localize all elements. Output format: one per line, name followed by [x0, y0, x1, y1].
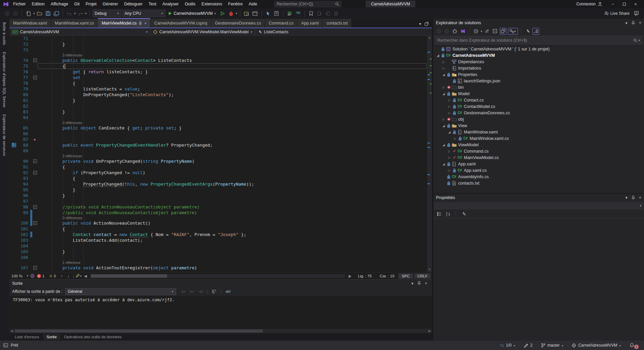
se-forward-icon[interactable] — [443, 28, 450, 35]
code-line-77[interactable]: 77− set — [9, 75, 427, 80]
global-search-input[interactable]: Rechercher (Ctrl+Q) — [274, 1, 341, 7]
bottom-tab-op-rations-des-outils-de-donn-es[interactable]: Opérations des outils de données — [61, 334, 125, 340]
redo-dropdown-icon[interactable]: ▾ — [85, 12, 87, 15]
expander-collapsed-icon[interactable]: ▷ — [447, 99, 452, 102]
tree-item-view[interactable]: ◢View — [433, 122, 644, 129]
code-cleanup-icon[interactable] — [75, 274, 80, 278]
code-line-75[interactable]: 75 { — [9, 63, 427, 69]
code-line-91[interactable]: 91 { — [9, 164, 427, 170]
background-tasks-icon[interactable] — [3, 343, 8, 347]
tree-item-mainwindow-xaml-cs[interactable]: ▷C#MainWindow.xaml.cs — [433, 135, 644, 142]
code-line-82[interactable]: 82 — [9, 103, 427, 109]
rail-tab-explorateur-de-serveurs[interactable]: Explorateur de serveurs — [0, 111, 9, 159]
tab-mainviewmodel-cs[interactable]: MainViewModel.cs× — [98, 18, 150, 28]
tree-item-bin[interactable]: ▷bin — [433, 84, 644, 90]
clear-all-icon[interactable] — [212, 289, 216, 294]
expander-collapsed-icon[interactable]: ▷ — [447, 111, 452, 115]
minimize-button[interactable]: − — [607, 0, 618, 8]
codelens-references[interactable]: 2 références — [38, 154, 82, 158]
expander-expanded-icon[interactable]: ◢ — [435, 54, 441, 57]
code-line-107[interactable]: 107− private void ActionToutEnregistrer(… — [9, 265, 427, 271]
tree-item-command-cs[interactable]: ▷✓C#Command.cs — [433, 148, 644, 154]
filter-dropdown-icon[interactable]: ▾ — [481, 30, 482, 33]
expander-expanded-icon[interactable]: ◢ — [441, 73, 446, 76]
fold-collapse-icon[interactable]: − — [33, 59, 37, 62]
home-icon[interactable] — [451, 28, 458, 35]
expander-collapsed-icon[interactable]: ▷ — [447, 156, 452, 159]
type-dropdown[interactable]: CarnetAdresseMVVM.ViewModel.MainViewMode… — [151, 28, 255, 35]
eol-indicator[interactable]: CRLF — [414, 273, 431, 279]
tree-item-contact-cs[interactable]: ▷C#Contact.cs — [433, 97, 644, 103]
tree-item-obj[interactable]: ▷obj — [433, 116, 644, 122]
panel-close-icon[interactable]: × — [425, 281, 427, 286]
space-mode-indicator[interactable]: SPC — [398, 273, 413, 279]
codelens-references[interactable]: 1 référence — [38, 261, 80, 265]
code-line-89[interactable]: 89 — [9, 148, 427, 154]
code-line-98[interactable]: 98− //private void ActionNouveauContact(… — [9, 204, 427, 210]
tree-item-gestionnairedonnees-cs[interactable]: ▷C#GestionnaireDonnees.cs — [433, 110, 644, 116]
sort-alphabetical-icon[interactable]: AZ — [445, 210, 452, 218]
expander-collapsed-icon[interactable]: ▷ — [452, 137, 458, 140]
start-debugging-button[interactable]: CarnetAdresseMVVM ▾ — [166, 10, 218, 16]
health-indicator-icon[interactable] — [30, 274, 35, 278]
tab-command-cs[interactable]: Command.cs — [265, 19, 297, 28]
code-line-84[interactable]: 84 — [9, 115, 427, 120]
menu-item-fichier[interactable]: Fichier — [10, 0, 29, 8]
scroll-up-icon[interactable]: ▲ — [427, 36, 432, 40]
previous-bookmark-icon[interactable] — [316, 10, 323, 17]
categorized-icon[interactable] — [435, 210, 443, 218]
code-line-108[interactable]: 108 { — [9, 271, 427, 272]
tree-item-carnetadressemvvm[interactable]: ◢C#CarnetAdresseMVVM — [433, 52, 644, 59]
fold-collapse-icon[interactable]: − — [33, 159, 37, 163]
comment-lines-icon[interactable] — [294, 10, 302, 17]
view-code-icon[interactable]: ▾ — [508, 28, 518, 35]
bookmark-icon[interactable] — [308, 10, 315, 17]
code-line-87[interactable]: 87▶ — [9, 137, 427, 142]
tab-contacts-txt[interactable]: contacts.txt — [323, 19, 351, 28]
code-line-76[interactable]: 76 get { return listeContacts; } — [9, 69, 427, 75]
tab-mainwindow-xaml[interactable]: MainWindow.xaml — [9, 19, 51, 28]
solution-platforms-combo[interactable]: Any CPU▾ — [122, 10, 165, 17]
tree-item-app-xaml[interactable]: ◢‹›App.xaml — [433, 161, 644, 167]
sign-in-button[interactable]: Connexion — [576, 2, 602, 6]
save-icon[interactable] — [44, 10, 52, 17]
tab-carnetadressemvvm-csproj[interactable]: CarnetAdresseMVVM.csproj — [151, 19, 211, 28]
code-line-74[interactable]: 74− public ObservableCollection<Contact>… — [9, 57, 427, 63]
expander-collapsed-icon[interactable]: ▷ — [441, 86, 446, 89]
tree-item-mainwindow-xaml[interactable]: ◢‹›MainWindow.xaml — [433, 129, 644, 135]
collapse-all-icon[interactable] — [492, 28, 498, 35]
project-dropdown[interactable]: C# CarnetAdresseMVVM ▾ — [9, 28, 151, 35]
codelens-references[interactable]: 0 références — [38, 216, 82, 220]
tree-item-d-pendances[interactable]: ▷Dépendances — [433, 59, 644, 65]
output-horizontal-scrollbar[interactable]: ◀ ▶ — [9, 329, 432, 333]
menu-item-test[interactable]: Test — [146, 0, 159, 8]
panel-close-icon[interactable]: × — [639, 21, 641, 25]
code-line-94[interactable]: 94 PropertyChanged(this, new PropertyCha… — [9, 181, 427, 187]
fold-collapse-icon[interactable]: − — [33, 266, 37, 270]
hot-reload-dropdown-icon[interactable]: ▾ — [236, 12, 237, 15]
sync-with-active-document-icon[interactable] — [484, 28, 490, 35]
expander-expanded-icon[interactable]: ◢ — [441, 162, 446, 166]
tab-mainwindow-xaml-cs[interactable]: MainWindow.xaml.cs — [51, 19, 98, 28]
prev-issue-icon[interactable]: ↑ — [61, 274, 63, 278]
hscroll-left-icon[interactable]: ◀ — [84, 274, 87, 278]
panel-chevron-down-icon[interactable]: ▾ — [411, 281, 413, 286]
menu-item-git[interactable]: Git — [71, 0, 83, 8]
solution-configurations-combo[interactable]: Debug▾ — [92, 10, 121, 17]
tree-item-model[interactable]: ◢Model — [433, 90, 644, 97]
se-back-icon[interactable] — [435, 28, 442, 35]
bottom-tab-sortie[interactable]: Sortie — [43, 334, 60, 340]
hot-reload-icon[interactable] — [227, 10, 235, 17]
scroll-right-icon[interactable]: ▶ — [427, 329, 432, 333]
code-line-105[interactable]: 105 } — [9, 249, 427, 255]
code-line-92[interactable]: 92− if (PropertyChanged != null) — [9, 170, 427, 176]
rail-tab-bo-te-outils[interactable]: Boîte à outils — [0, 19, 9, 48]
tab-list-chevron-down-icon[interactable]: ▾ — [419, 22, 421, 26]
document-outline-icon[interactable] — [273, 10, 280, 17]
code-line-104[interactable]: 104 — [9, 243, 427, 249]
code-line-99[interactable]: 99 //public void ActionNouveauContact(ob… — [9, 210, 427, 216]
close-button[interactable]: × — [630, 0, 641, 8]
new-file-icon[interactable] — [25, 10, 32, 17]
expander-expanded-icon[interactable]: ◢ — [441, 143, 446, 147]
redo-icon[interactable] — [77, 10, 84, 17]
